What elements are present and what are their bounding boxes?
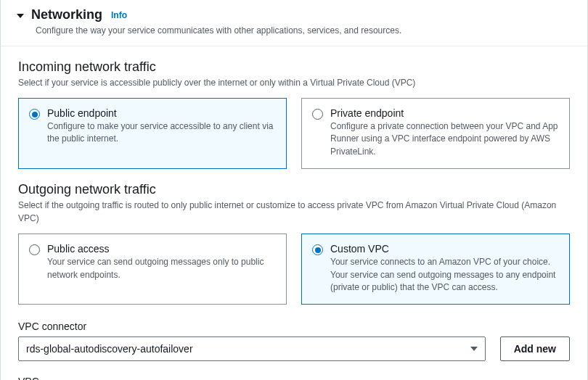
add-new-button[interactable]: Add new: [500, 336, 570, 361]
radio-icon: [312, 109, 323, 120]
outgoing-custom-label: Custom VPC: [330, 243, 559, 255]
add-new-label: Add new: [514, 343, 556, 355]
networking-panel: Networking Info Configure the way your s…: [0, 0, 588, 380]
outgoing-custom-desc: Your service connects to an Amazon VPC o…: [330, 256, 559, 294]
incoming-private-label: Private endpoint: [330, 107, 559, 119]
panel-subtitle: Configure the way your service communica…: [1, 22, 587, 46]
vpc-label: VPC: [1, 361, 587, 380]
radio-icon: [29, 109, 40, 120]
outgoing-public-desc: Your service can send outgoing messages …: [47, 256, 276, 281]
radio-icon: [312, 244, 323, 255]
incoming-radio-group: Public endpoint Configure to make your s…: [18, 98, 570, 169]
outgoing-public-label: Public access: [47, 243, 276, 255]
incoming-section: Incoming network traffic Select if your …: [1, 46, 587, 169]
incoming-public-desc: Configure to make your service accessibl…: [47, 120, 276, 146]
panel-title: Networking: [31, 7, 102, 22]
info-link[interactable]: Info: [111, 10, 127, 20]
radio-icon: [29, 244, 40, 255]
outgoing-custom-option[interactable]: Custom VPC Your service connects to an A…: [301, 234, 570, 305]
incoming-public-option[interactable]: Public endpoint Configure to make your s…: [18, 98, 287, 169]
incoming-desc: Select if your service is accessible pub…: [18, 76, 570, 89]
vpc-connector-row: rds-global-autodiscovery-autofailover Ad…: [18, 336, 570, 361]
incoming-private-desc: Configure a private connection between y…: [330, 120, 559, 158]
panel-header[interactable]: Networking Info: [1, 0, 587, 22]
vpc-connector-label: VPC connector: [18, 321, 570, 332]
outgoing-desc: Select if the outgoing traffic is routed…: [18, 199, 570, 225]
caret-down-icon: [17, 14, 24, 18]
outgoing-section: Outgoing network traffic Select if the o…: [1, 169, 587, 361]
vpc-connector-select[interactable]: rds-global-autodiscovery-autofailover: [18, 336, 486, 361]
incoming-private-option[interactable]: Private endpoint Configure a private con…: [301, 98, 570, 169]
vpc-connector-value: rds-global-autodiscovery-autofailover: [26, 343, 193, 355]
incoming-title: Incoming network traffic: [18, 59, 570, 75]
outgoing-public-option[interactable]: Public access Your service can send outg…: [18, 234, 287, 305]
outgoing-radio-group: Public access Your service can send outg…: [18, 234, 570, 305]
incoming-public-label: Public endpoint: [47, 107, 276, 119]
outgoing-title: Outgoing network traffic: [18, 182, 570, 197]
chevron-down-icon: [470, 347, 478, 351]
